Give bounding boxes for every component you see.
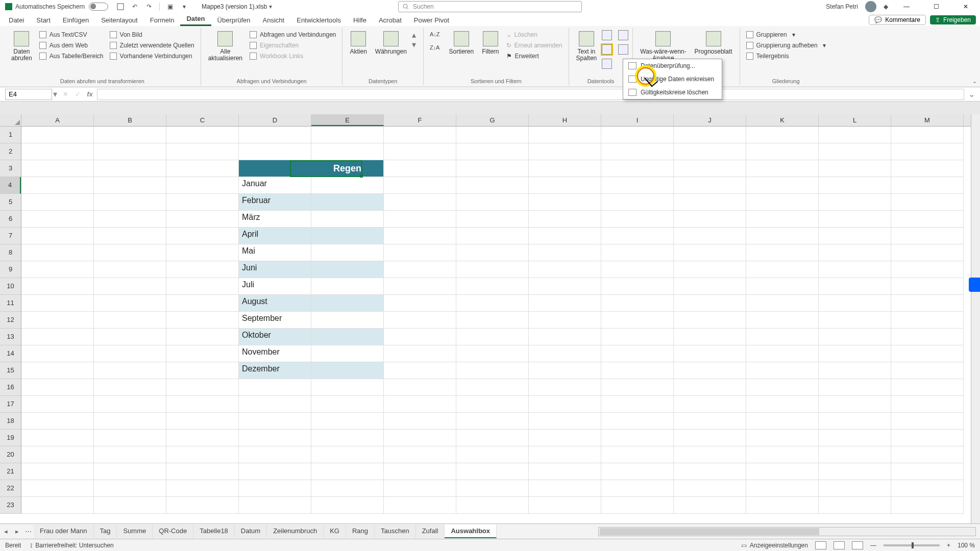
cell[interactable] [21, 396, 94, 413]
cell[interactable] [166, 160, 239, 177]
cell[interactable] [456, 143, 529, 160]
cell[interactable] [674, 413, 746, 430]
cell[interactable] [819, 194, 891, 211]
view-pagelayout-icon[interactable] [834, 541, 845, 549]
cell[interactable] [891, 345, 964, 362]
cell[interactable] [891, 312, 964, 329]
cell[interactable] [819, 261, 891, 278]
cell[interactable] [311, 463, 384, 480]
cell[interactable] [674, 379, 746, 396]
cell[interactable] [384, 244, 456, 261]
col-header-C[interactable]: C [166, 114, 239, 126]
filter-button[interactable]: Filtern [479, 30, 502, 56]
refresh-all-button[interactable]: Alle aktualisieren [205, 30, 246, 63]
row-header-19[interactable]: 19 [0, 430, 21, 446]
cell[interactable] [601, 160, 674, 177]
row-header-18[interactable]: 18 [0, 413, 21, 430]
cell[interactable] [891, 396, 964, 413]
cell[interactable] [746, 329, 819, 345]
sheet-tab[interactable]: Rang [346, 524, 375, 538]
cell[interactable] [819, 362, 891, 379]
formula-expand-icon[interactable]: ⌄ [968, 89, 975, 99]
cell[interactable] [601, 295, 674, 312]
cell[interactable] [674, 244, 746, 261]
close-button[interactable]: ✕ [954, 0, 977, 13]
row-header-13[interactable]: 13 [0, 329, 21, 345]
cell[interactable] [746, 177, 819, 194]
row-header-7[interactable]: 7 [0, 228, 21, 244]
cell[interactable]: Juni [239, 261, 311, 278]
cell[interactable] [94, 143, 166, 160]
cell[interactable] [746, 345, 819, 362]
cell[interactable] [891, 244, 964, 261]
cell[interactable] [529, 211, 601, 228]
row-header-17[interactable]: 17 [0, 396, 21, 413]
sheet-tab[interactable]: Tauschen [375, 524, 416, 538]
cell[interactable] [311, 362, 384, 379]
cell[interactable] [674, 127, 746, 143]
cell[interactable] [746, 244, 819, 261]
cell[interactable] [529, 143, 601, 160]
cell[interactable] [239, 160, 311, 177]
cell[interactable] [384, 312, 456, 329]
cell[interactable] [601, 177, 674, 194]
cell[interactable] [674, 345, 746, 362]
cell[interactable] [94, 211, 166, 228]
cell[interactable] [311, 278, 384, 295]
cell[interactable] [819, 312, 891, 329]
tab-seitenlayout[interactable]: Seitenlayout [95, 14, 144, 26]
cell[interactable] [456, 446, 529, 463]
cell[interactable] [239, 379, 311, 396]
row-header-2[interactable]: 2 [0, 143, 21, 160]
row-header-12[interactable]: 12 [0, 312, 21, 329]
cell[interactable] [674, 329, 746, 345]
sheet-tab[interactable]: Zeilenumbruch [267, 524, 324, 538]
cell[interactable] [601, 211, 674, 228]
formula-bar[interactable] [97, 89, 964, 100]
col-header-F[interactable]: F [384, 114, 456, 126]
cell[interactable]: Februar [239, 194, 311, 211]
sort-za-icon[interactable]: Z↓A [428, 43, 442, 52]
cell[interactable] [746, 127, 819, 143]
cell[interactable] [21, 362, 94, 379]
cell[interactable] [746, 160, 819, 177]
cell[interactable] [601, 396, 674, 413]
cell[interactable] [601, 430, 674, 446]
zoom-in-icon[interactable]: + [947, 542, 950, 549]
cell[interactable] [311, 261, 384, 278]
cell[interactable] [166, 480, 239, 497]
cell[interactable] [384, 160, 456, 177]
cell[interactable] [891, 446, 964, 463]
cell[interactable] [456, 497, 529, 514]
cell[interactable] [384, 127, 456, 143]
cell[interactable] [311, 312, 384, 329]
cell[interactable] [384, 497, 456, 514]
diamond-icon[interactable]: ◆ [884, 3, 888, 10]
share-button[interactable]: ⇪Freigeben [930, 15, 976, 24]
cell[interactable] [819, 244, 891, 261]
name-box[interactable]: E4 [5, 89, 52, 100]
cell[interactable] [456, 228, 529, 244]
cell[interactable] [456, 379, 529, 396]
cell[interactable]: Regen [311, 160, 384, 177]
cell[interactable] [384, 345, 456, 362]
vertical-scrollbar[interactable] [971, 114, 980, 523]
display-settings[interactable]: ▭Anzeigeeinstellungen [741, 542, 808, 549]
cell[interactable] [384, 480, 456, 497]
cell[interactable] [601, 345, 674, 362]
cell[interactable] [891, 329, 964, 345]
undo-icon[interactable]: ↶ [130, 1, 140, 12]
cell[interactable] [94, 345, 166, 362]
cell[interactable] [529, 295, 601, 312]
row-header-6[interactable]: 6 [0, 211, 21, 228]
cell[interactable] [94, 497, 166, 514]
subtotal-button[interactable]: Teilergebnis [744, 52, 828, 61]
cell[interactable] [456, 127, 529, 143]
comments-button[interactable]: 💬Kommentare [869, 15, 926, 25]
cell[interactable] [674, 312, 746, 329]
sheet-tab[interactable]: Frau oder Mann [34, 524, 94, 538]
cell[interactable] [21, 497, 94, 514]
autosave-toggle[interactable]: Automatisches Speichern [15, 3, 108, 11]
cell[interactable] [891, 228, 964, 244]
cell[interactable] [746, 497, 819, 514]
